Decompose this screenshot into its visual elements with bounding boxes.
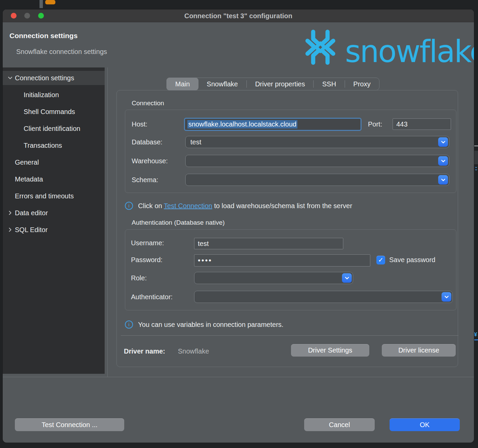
warehouse-label: Warehouse: <box>132 157 168 165</box>
schema-label: Schema: <box>132 176 158 184</box>
info-text: Click on Test Connection to load warehou… <box>138 202 352 210</box>
maximize-button[interactable] <box>38 13 44 19</box>
chevron-down-icon <box>441 177 446 183</box>
sidebar-item-metadata[interactable]: Metadata <box>3 172 105 186</box>
driver-license-button[interactable]: Driver license <box>382 344 456 357</box>
info-icon: i <box>125 320 133 329</box>
sidebar-divider <box>107 67 108 377</box>
tab-ssh[interactable]: SSH <box>314 78 344 90</box>
port-value: 443 <box>396 120 407 128</box>
host-input[interactable]: snowflake.localhost.localstack.cloud <box>184 118 362 131</box>
sidebar-item-shell-commands[interactable]: Shell Commands <box>3 105 105 119</box>
role-dropdown-button[interactable] <box>342 273 352 283</box>
window-titlebar[interactable]: Connection "test 3" configuration <box>3 9 474 22</box>
info-banner: i Click on Test Connection to load wareh… <box>125 202 352 210</box>
info-suffix: to load warehouse/schema list from the s… <box>212 202 352 209</box>
info-icon: i <box>125 202 133 210</box>
driver-name-value: Snowflake <box>178 347 209 355</box>
sidebar-item-label: General <box>15 159 39 166</box>
authenticator-dropdown-button[interactable] <box>442 292 451 302</box>
auth-group-title: Authentication (Database native) <box>132 219 225 226</box>
password-input[interactable]: •••• <box>194 254 370 267</box>
database-label: Database: <box>132 138 162 146</box>
database-dropdown-button[interactable] <box>438 137 448 147</box>
ok-button[interactable]: OK <box>390 418 460 431</box>
username-value: test <box>198 240 209 248</box>
background-fragment <box>474 151 478 164</box>
chevron-right-icon <box>7 226 14 233</box>
sidebar-item-client-identification[interactable]: Client identification <box>3 121 105 136</box>
port-input[interactable]: 443 <box>393 118 451 130</box>
driver-name-label: Driver name: <box>124 347 165 355</box>
tab-snowflake[interactable]: Snowflake <box>198 78 246 90</box>
tab-driver-properties[interactable]: Driver properties <box>247 78 314 90</box>
sidebar-item-label: SQL Editor <box>15 226 48 234</box>
background-orange-icon <box>45 0 55 4</box>
driver-divider <box>121 335 458 336</box>
sidebar-item-transactions[interactable]: Transactions <box>3 138 105 152</box>
background-fragment <box>474 339 478 340</box>
connection-group-title: Connection <box>132 100 164 107</box>
host-value: snowflake.localhost.localstack.cloud <box>187 120 297 129</box>
sidebar-item-connection-settings[interactable]: Connection settings <box>3 71 105 85</box>
sidebar-item-label: Transactions <box>24 142 62 149</box>
role-label: Role: <box>131 274 147 282</box>
footer-divider <box>3 377 474 377</box>
sidebar-item-errors-and-timeouts[interactable]: Errors and timeouts <box>3 189 105 203</box>
window-title: Connection "test 3" configuration <box>3 9 474 22</box>
cancel-button[interactable]: Cancel <box>304 418 375 431</box>
variables-note-text: You can use variables in connection para… <box>138 321 284 329</box>
background-fragment <box>474 145 478 146</box>
sidebar-item-label: Metadata <box>15 175 43 183</box>
warehouse-dropdown-button[interactable] <box>438 156 448 166</box>
close-button[interactable] <box>11 13 17 19</box>
snowflake-icon <box>301 28 339 66</box>
sidebar-item-sql-editor[interactable]: SQL Editor <box>3 223 105 237</box>
save-password-label: Save password <box>389 256 435 264</box>
password-value: •••• <box>198 256 212 265</box>
minimize-button[interactable] <box>24 13 30 19</box>
schema-dropdown-button[interactable] <box>438 175 448 185</box>
password-label: Password: <box>131 256 162 264</box>
sidebar-item-label: Initialization <box>24 91 59 99</box>
sidebar-item-initialization[interactable]: Initialization <box>3 88 105 102</box>
tab-proxy[interactable]: Proxy <box>345 78 379 90</box>
database-value: test <box>190 138 201 146</box>
sidebar-item-label: Shell Commands <box>24 108 75 116</box>
chevron-right-icon <box>7 209 14 216</box>
tab-main[interactable]: Main <box>166 78 198 90</box>
authenticator-combo[interactable] <box>194 291 453 303</box>
driver-settings-button[interactable]: Driver Settings <box>291 344 369 357</box>
username-label: Username: <box>131 239 164 247</box>
database-combo[interactable]: test <box>185 136 449 148</box>
snowflake-wordmark: snowflake <box>345 34 474 69</box>
chevron-down-icon <box>441 139 446 145</box>
connection-dialog: Connection "test 3" configuration Connec… <box>3 9 474 443</box>
sidebar-item-general[interactable]: General <box>3 155 105 169</box>
role-combo[interactable] <box>194 272 353 284</box>
background-chevron-fragment: ⌄⌄ <box>474 165 478 170</box>
username-input[interactable]: test <box>194 238 343 249</box>
settings-tree: Connection settings Initialization Shell… <box>3 67 105 374</box>
authenticator-label: Authenticator: <box>131 293 172 301</box>
warehouse-combo[interactable] <box>185 155 449 167</box>
info-prefix: Click on <box>138 202 164 209</box>
save-password-checkbox[interactable]: ✓ <box>376 256 385 264</box>
sidebar-item-label: Connection settings <box>15 74 74 82</box>
screen: ⌄⌄ ¥ Connection "test 3" configuration C… <box>0 0 478 448</box>
variables-note: i You can use variables in connection pa… <box>125 320 284 329</box>
background-blue-glyph: ¥ <box>474 331 478 338</box>
chevron-down-icon <box>344 275 350 281</box>
test-connection-link[interactable]: Test Connection <box>164 202 212 209</box>
tab-bar: Main Snowflake Driver properties SSH Pro… <box>166 78 379 90</box>
sidebar-item-data-editor[interactable]: Data editor <box>3 206 105 220</box>
schema-combo[interactable] <box>185 174 449 186</box>
sidebar-item-label: Errors and timeouts <box>15 192 74 200</box>
test-connection-button[interactable]: Test Connection ... <box>15 418 124 431</box>
page-title: Connection settings <box>9 32 78 40</box>
chevron-down-icon <box>441 158 446 164</box>
port-label: Port: <box>368 120 382 128</box>
page-subtitle: Snowflake connection settings <box>16 48 107 56</box>
host-label: Host: <box>132 120 148 128</box>
sidebar-item-label: Data editor <box>15 209 48 217</box>
